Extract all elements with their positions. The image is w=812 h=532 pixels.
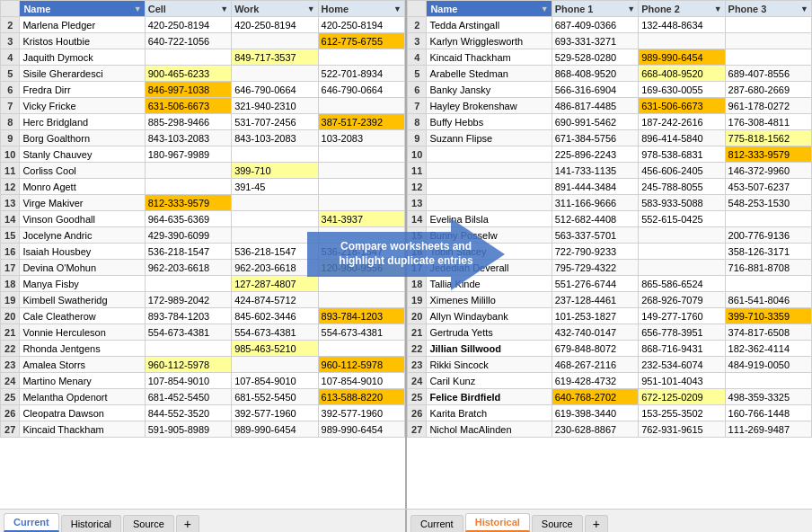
- cell-b[interactable]: 551-276-6744: [552, 276, 638, 292]
- cell-name[interactable]: Jedediah Deverall: [427, 260, 552, 276]
- cell-c[interactable]: 268-926-7079: [639, 292, 725, 308]
- right-col-d-header[interactable]: Phone 3 ▼: [725, 1, 811, 17]
- cell-name[interactable]: Rhonda Jentgens: [20, 341, 145, 357]
- cell-name[interactable]: Sisile Gherardesci: [20, 66, 145, 82]
- filter-icon-a[interactable]: ▼: [134, 4, 142, 13]
- right-tab-source[interactable]: Source: [532, 515, 583, 532]
- cell-c[interactable]: 896-414-5840: [639, 130, 725, 146]
- left-col-c-header[interactable]: Work ▼: [232, 1, 318, 17]
- cell-name[interactable]: Tedda Arstingall: [427, 17, 552, 33]
- cell-d[interactable]: 484-919-0050: [725, 357, 811, 373]
- cell-b[interactable]: 693-331-3271: [552, 33, 638, 49]
- cell-name[interactable]: Kincaid Thackham: [427, 49, 552, 66]
- cell-c[interactable]: [639, 33, 725, 49]
- cell-d[interactable]: [725, 33, 811, 49]
- cell-c[interactable]: [232, 195, 318, 211]
- cell-b[interactable]: [145, 179, 231, 195]
- cell-c[interactable]: 868-716-9431: [639, 341, 725, 357]
- right-tab-historical[interactable]: Historical: [465, 513, 530, 532]
- cell-d[interactable]: [318, 98, 404, 114]
- cell-c[interactable]: 456-606-2405: [639, 163, 725, 179]
- right-col-a-header[interactable]: Name ▼: [427, 1, 552, 17]
- cell-d[interactable]: 287-680-2669: [725, 82, 811, 98]
- cell-c[interactable]: 989-990-6454: [639, 49, 725, 66]
- left-tab-add[interactable]: +: [176, 515, 199, 532]
- cell-b[interactable]: 230-628-8867: [552, 421, 638, 438]
- cell-c[interactable]: 127-287-4807: [232, 276, 318, 292]
- cell-c[interactable]: 554-673-4381: [232, 324, 318, 341]
- cell-c[interactable]: 245-788-8055: [639, 179, 725, 195]
- cell-c[interactable]: 962-203-6618: [232, 260, 318, 276]
- cell-name[interactable]: Rikki Sincock: [427, 357, 552, 373]
- cell-b[interactable]: 640-722-1056: [145, 33, 231, 49]
- cell-c[interactable]: 865-586-6524: [639, 276, 725, 292]
- cell-c[interactable]: 531-707-2456: [232, 114, 318, 130]
- cell-name[interactable]: Melantha Opdenort: [20, 389, 145, 405]
- right-col-b-header[interactable]: Phone 1 ▼: [552, 1, 638, 17]
- cell-d[interactable]: 146-372-9960: [725, 163, 811, 179]
- cell-c[interactable]: 843-103-2083: [232, 130, 318, 146]
- cell-name[interactable]: Tallia Kinde: [427, 276, 552, 292]
- cell-b[interactable]: [145, 163, 231, 179]
- cell-name[interactable]: Gertruda Yetts: [427, 324, 552, 341]
- cell-c[interactable]: 132-448-8634: [639, 17, 725, 33]
- cell-d[interactable]: 107-854-9010: [318, 373, 404, 389]
- cell-d[interactable]: 341-3937: [318, 211, 404, 227]
- left-tab-historical[interactable]: Historical: [61, 515, 121, 532]
- cell-c[interactable]: 985-463-5210: [232, 341, 318, 357]
- cell-name[interactable]: [427, 179, 552, 195]
- cell-c[interactable]: 187-242-2616: [639, 114, 725, 130]
- cell-b[interactable]: 172-989-2042: [145, 292, 231, 308]
- cell-d[interactable]: 960-112-5978: [318, 357, 404, 373]
- cell-name[interactable]: Corliss Cool: [20, 163, 145, 179]
- cell-b[interactable]: 962-203-6618: [145, 260, 231, 276]
- right-filter-icon-c[interactable]: ▼: [714, 4, 722, 13]
- cell-name[interactable]: Martino Menary: [20, 373, 145, 389]
- cell-c[interactable]: 681-552-5450: [232, 389, 318, 405]
- cell-name[interactable]: Stanly Chauvey: [20, 146, 145, 163]
- cell-b[interactable]: 536-218-1547: [145, 244, 231, 260]
- cell-name[interactable]: Jaquith Dymock: [20, 49, 145, 66]
- cell-b[interactable]: 681-452-5450: [145, 389, 231, 405]
- cell-b[interactable]: 690-991-5462: [552, 114, 638, 130]
- left-col-a-header[interactable]: Name ▼: [20, 1, 145, 17]
- cell-name[interactable]: Nichol MacAlinden: [427, 421, 552, 438]
- cell-name[interactable]: Jillian Sillwood: [427, 341, 552, 357]
- cell-c[interactable]: 646-790-0664: [232, 82, 318, 98]
- cell-d[interactable]: [725, 49, 811, 66]
- cell-c[interactable]: 321-940-2310: [232, 98, 318, 114]
- cell-c[interactable]: [639, 260, 725, 276]
- cell-d[interactable]: [725, 211, 811, 227]
- cell-d[interactable]: 498-359-3325: [725, 389, 811, 405]
- cell-name[interactable]: Devina O'Mohun: [20, 260, 145, 276]
- cell-d[interactable]: 182-362-4114: [725, 341, 811, 357]
- cell-c[interactable]: [639, 244, 725, 260]
- cell-d[interactable]: [318, 276, 404, 292]
- cell-c[interactable]: 552-615-0425: [639, 211, 725, 227]
- cell-b[interactable]: 311-166-9666: [552, 195, 638, 211]
- cell-c[interactable]: [232, 146, 318, 163]
- cell-b[interactable]: 687-409-0366: [552, 17, 638, 33]
- cell-name[interactable]: Felice Birdfield: [427, 389, 552, 405]
- cell-d[interactable]: 399-710-3359: [725, 308, 811, 324]
- cell-b[interactable]: 679-848-8072: [552, 341, 638, 357]
- cell-b[interactable]: 846-997-1038: [145, 82, 231, 98]
- cell-b[interactable]: 868-408-9520: [552, 66, 638, 82]
- cell-name[interactable]: Amalea Storrs: [20, 357, 145, 373]
- cell-b[interactable]: 237-128-4461: [552, 292, 638, 308]
- cell-d[interactable]: 989-990-6454: [318, 421, 404, 438]
- cell-b[interactable]: 225-896-2243: [552, 146, 638, 163]
- cell-c[interactable]: [232, 227, 318, 244]
- cell-d[interactable]: 103-2083: [318, 130, 404, 146]
- cell-b[interactable]: 180-967-9989: [145, 146, 231, 163]
- cell-d[interactable]: 420-250-8194: [318, 17, 404, 33]
- cell-c[interactable]: [232, 357, 318, 373]
- cell-d[interactable]: 861-541-8046: [725, 292, 811, 308]
- cell-d[interactable]: [725, 276, 811, 292]
- cell-name[interactable]: [427, 146, 552, 163]
- cell-b[interactable]: 631-506-6673: [145, 98, 231, 114]
- cell-c[interactable]: 845-602-3446: [232, 308, 318, 324]
- cell-name[interactable]: Cleopatra Dawson: [20, 405, 145, 421]
- left-col-d-header[interactable]: Home ▼: [318, 1, 404, 17]
- cell-d[interactable]: 387-517-2392: [318, 114, 404, 130]
